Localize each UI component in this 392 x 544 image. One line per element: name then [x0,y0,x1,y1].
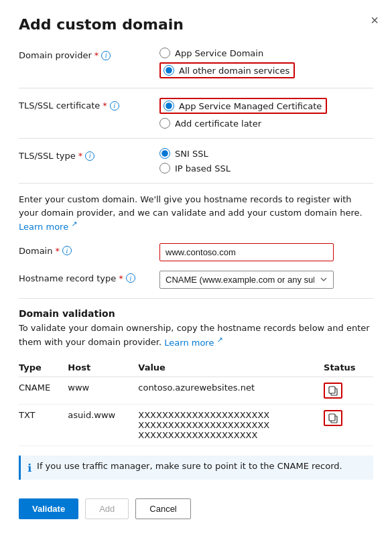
row1-value: contoso.azurewebsites.net [138,377,324,405]
external-link-icon-2: ↗ [217,335,223,344]
app-service-domain-radio[interactable] [159,48,170,58]
tls-ssl-type-info-icon[interactable]: i [85,151,94,161]
row2-type: TXT [19,405,68,446]
info-bar-text: If you use traffic manager, make sure to… [37,461,342,471]
domain-input[interactable] [159,243,334,261]
col-host: Host [68,358,138,377]
copy-button-row2[interactable] [324,410,342,426]
info-bar: ℹ If you use traffic manager, make sure … [19,456,373,480]
domain-validation-table: Type Host Value Status CNAME www contoso… [19,358,373,446]
divider-4 [19,298,373,299]
domain-field-row: Domain * i [19,243,373,261]
col-type: Type [19,358,68,377]
row2-host: asuid.www [68,405,138,446]
tls-ssl-cert-options: App Service Managed Certificate Add cert… [159,98,327,129]
sni-ssl-option[interactable]: SNI SSL [159,148,231,159]
col-value: Value [138,358,324,377]
domain-validation-section: Domain validation To validate your domai… [19,308,373,446]
description-text: Enter your custom domain. We'll give you… [19,193,373,234]
copy-button-row1[interactable] [324,383,342,399]
sni-ssl-radio[interactable] [159,148,170,159]
validate-button[interactable]: Validate [19,498,78,519]
ip-based-ssl-radio[interactable] [159,163,170,174]
hostname-record-type-info-icon[interactable]: i [126,273,135,283]
add-cert-later-radio[interactable] [159,118,170,129]
domain-provider-options: App Service Domain All other domain serv… [159,48,295,78]
domain-field-label: Domain * i [19,243,159,256]
add-button[interactable]: Add [85,498,129,519]
row2-value: XXXXXXXXXXXXXXXXXXXXXXXXXXXXXXXXXXXXXXXX… [138,405,324,446]
svg-rect-1 [329,387,335,393]
tls-ssl-type-options: SNI SSL IP based SSL [159,148,231,174]
hostname-record-type-select[interactable]: CNAME (www.example.com or any subdo... A… [159,271,334,289]
tls-ssl-type-row: TLS/SSL type * i SNI SSL IP based SSL [19,148,373,174]
all-other-domain-services-radio[interactable] [164,65,174,76]
info-bar-icon: ℹ [27,462,31,474]
ip-based-ssl-option[interactable]: IP based SSL [159,163,231,174]
table-row: TXT asuid.www XXXXXXXXXXXXXXXXXXXXXXXXXX… [19,405,373,446]
add-cert-later-option[interactable]: Add certificate later [159,118,327,129]
tls-ssl-cert-info-icon[interactable]: i [110,101,119,111]
close-button[interactable]: × [371,13,379,27]
divider-3 [19,183,373,184]
domain-provider-info-icon[interactable]: i [101,51,111,60]
app-service-domain-option[interactable]: App Service Domain [159,48,295,58]
add-custom-domain-dialog: × Add custom domain Domain provider * i … [0,0,392,544]
divider-1 [19,88,373,88]
cancel-button[interactable]: Cancel [135,498,190,519]
row1-status [324,377,373,405]
domain-provider-row: Domain provider * i App Service Domain A… [19,48,373,78]
table-row: CNAME www contoso.azurewebsites.net [19,377,373,405]
svg-rect-3 [329,414,335,421]
footer-buttons: Validate Add Cancel [19,493,373,519]
domain-validation-learn-more-link[interactable]: Learn more ↗ [164,338,223,348]
col-status: Status [324,358,373,377]
row2-status [324,405,373,446]
copy-icon-2 [328,413,338,423]
domain-validation-title: Domain validation [19,308,373,319]
domain-validation-desc: To validate your domain ownership, copy … [19,322,373,349]
app-service-managed-cert-option[interactable]: App Service Managed Certificate [159,98,327,114]
copy-icon [328,385,338,396]
tls-ssl-cert-row: TLS/SSL certificate * i App Service Mana… [19,98,373,129]
description-learn-more-link[interactable]: Learn more ↗ [19,222,78,232]
all-other-domain-services-option[interactable]: All other domain services [159,62,295,78]
row1-type: CNAME [19,377,68,405]
hostname-record-type-row: Hostname record type * i CNAME (www.exam… [19,271,373,289]
tls-ssl-type-label: TLS/SSL type * i [19,148,159,161]
divider-2 [19,138,373,139]
app-service-managed-cert-radio[interactable] [164,100,174,111]
tls-ssl-cert-label: TLS/SSL certificate * i [19,98,159,111]
dialog-title: Add custom domain [19,16,373,33]
hostname-record-type-label: Hostname record type * i [19,271,159,283]
row1-host: www [68,377,138,405]
domain-provider-label: Domain provider * i [19,48,159,60]
domain-field-info-icon[interactable]: i [62,246,72,255]
external-link-icon: ↗ [71,220,77,228]
